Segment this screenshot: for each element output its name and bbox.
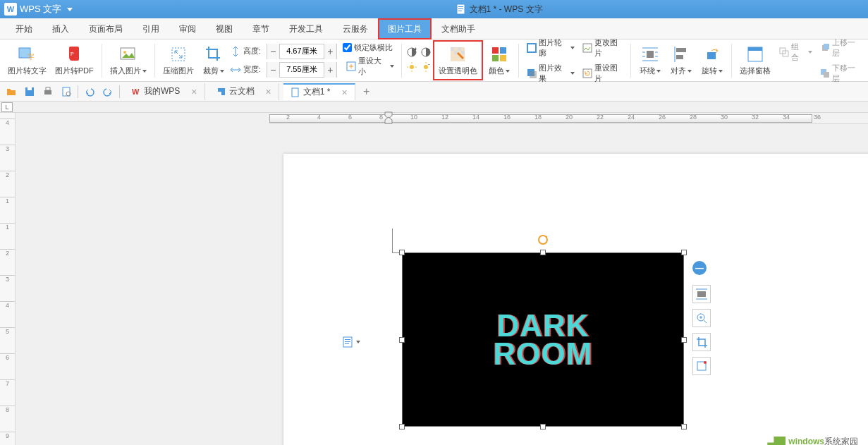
pic-to-text-button[interactable]: 字 图片转文字 (4, 43, 50, 78)
svg-rect-30 (500, 47, 506, 54)
menu-picture-tools[interactable]: 图片工具 (378, 18, 432, 39)
print-button[interactable] (41, 85, 55, 99)
tab-close-icon[interactable]: × (191, 86, 197, 97)
tab-close-icon[interactable]: × (341, 87, 347, 98)
tab-indicator[interactable]: L (1, 102, 13, 112)
resize-handle-e[interactable] (681, 337, 687, 343)
watermark-text: 系统家园 (824, 437, 858, 445)
app-menu-chevron-icon[interactable] (67, 8, 73, 11)
crop-quick-button[interactable] (692, 333, 711, 351)
rotate-handle-icon[interactable] (537, 234, 549, 245)
vertical-ruler[interactable]: 432112345678910 (0, 113, 16, 445)
reset-quick-button[interactable] (692, 357, 711, 375)
tab-doc1-label: 文档1 * (303, 86, 331, 98)
move-up-label: 上移一层 (832, 37, 861, 59)
resize-handle-w[interactable] (399, 337, 405, 343)
menu-page-layout[interactable]: 页面布局 (79, 18, 133, 39)
tab-doc1[interactable]: 文档1 * × (283, 83, 355, 100)
color-button[interactable]: 颜色 (484, 43, 514, 78)
tab-mywps-label: 我的WPS (144, 85, 180, 97)
height-input[interactable] (280, 44, 324, 59)
tab-mywps[interactable]: W 我的WPS × (124, 83, 205, 100)
menu-reference[interactable]: 引用 (133, 18, 169, 39)
resize-handle-sw[interactable] (399, 424, 405, 429)
save-button[interactable] (23, 85, 37, 99)
reset-pic-label: 重设图片 (594, 63, 623, 84)
pic-to-pdf-button[interactable]: P 图片转PDF (51, 43, 97, 78)
effect-button[interactable]: 图片效果 (523, 61, 577, 85)
contrast-down-icon[interactable]: - (420, 47, 432, 60)
width-spinner[interactable]: − + (267, 62, 337, 78)
wps-icon: W (131, 87, 141, 97)
change-pic-label: 更改图片 (594, 37, 623, 59)
svg-rect-66 (697, 291, 706, 297)
doc-icon (456, 4, 467, 15)
menu-view[interactable]: 视图 (206, 18, 243, 39)
layout-options-button[interactable] (692, 285, 711, 303)
menu-review[interactable]: 审阅 (169, 18, 206, 39)
group-button: 组合 (776, 40, 815, 64)
svg-rect-2 (458, 8, 463, 9)
set-transparent-button[interactable]: 设置透明色 (436, 43, 480, 78)
undo-button[interactable] (82, 85, 97, 99)
insert-pic-button[interactable]: 插入图片 (106, 43, 150, 78)
menu-doc-assistant[interactable]: 文档助手 (432, 18, 485, 39)
collapse-toolbar-button[interactable]: — (692, 261, 707, 275)
insert-pic-label: 插入图片 (110, 66, 147, 76)
svg-rect-35 (530, 71, 537, 78)
height-plus-button[interactable]: + (324, 44, 336, 59)
align-button[interactable]: 对齐 (666, 43, 696, 78)
lock-ratio-checkbox[interactable]: 锁定纵横比 (343, 42, 397, 53)
resize-handle-s[interactable] (540, 424, 546, 429)
resize-handle-n[interactable] (540, 250, 546, 255)
crop-icon (204, 44, 224, 64)
tab-close-icon[interactable]: × (266, 86, 271, 97)
rotate-button[interactable]: 旋转 (697, 43, 727, 78)
width-label: 宽度: (243, 64, 264, 75)
width-plus-button[interactable]: + (324, 62, 336, 78)
menu-chapter[interactable]: 章节 (243, 18, 279, 39)
menu-devtools[interactable]: 开发工具 (279, 18, 333, 39)
resize-handle-nw[interactable] (399, 250, 405, 255)
tab-cloud[interactable]: 云文档 × (209, 83, 279, 100)
image-text-2: ROOM (494, 340, 593, 368)
contrast-up-icon[interactable]: + (406, 47, 417, 60)
height-spinner[interactable]: − + (267, 44, 337, 59)
width-minus-button[interactable]: − (267, 62, 280, 78)
resize-handle-ne[interactable] (681, 250, 687, 255)
doc-small-icon (291, 87, 300, 97)
paste-options-button[interactable] (342, 336, 360, 348)
brightness-down-icon[interactable]: - (420, 61, 432, 75)
reset-pic-button[interactable]: 重设图片 (579, 61, 626, 85)
reset-size-button[interactable]: 重设大小 (343, 54, 397, 78)
svg-rect-77 (345, 341, 350, 342)
redo-button[interactable] (101, 85, 115, 99)
width-input[interactable] (280, 63, 324, 77)
change-pic-button[interactable]: 更改图片 (579, 36, 626, 60)
new-tab-button[interactable]: + (360, 85, 374, 99)
height-minus-button[interactable]: − (267, 44, 280, 59)
svg-rect-78 (345, 343, 349, 344)
resize-handle-se[interactable] (681, 424, 687, 429)
select-pane-button[interactable]: 选择窗格 (736, 43, 774, 78)
align-label: 对齐 (671, 66, 692, 76)
brightness-up-icon[interactable] (406, 61, 417, 75)
menu-cloud[interactable]: 云服务 (333, 18, 378, 39)
selected-image[interactable]: DARK ROOM (402, 252, 684, 427)
lock-ratio-input[interactable] (343, 43, 352, 52)
outline-icon (526, 42, 537, 54)
horizontal-ruler[interactable]: 24681012141618202224262830323436 (269, 113, 868, 124)
open-button[interactable] (4, 85, 18, 99)
zoom-button[interactable] (692, 309, 711, 327)
title-bar: W WPS 文字 文档1 * - WPS 文字 (0, 0, 868, 18)
page-area[interactable]: DARK ROOM — (16, 124, 868, 445)
menu-insert[interactable]: 插入 (42, 18, 79, 39)
crop-button[interactable]: 裁剪 (199, 43, 228, 78)
wrap-button[interactable]: 环绕 (635, 43, 665, 78)
svg-rect-46 (676, 48, 686, 52)
svg-rect-76 (345, 339, 350, 340)
menu-start[interactable]: 开始 (6, 18, 42, 39)
outline-button[interactable]: 图片轮廓 (523, 36, 577, 60)
print-preview-button[interactable] (59, 85, 73, 99)
compress-pic-button[interactable]: 压缩图片 (159, 43, 197, 78)
